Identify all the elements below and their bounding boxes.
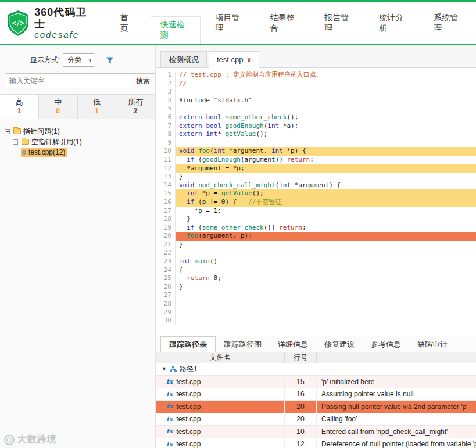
trace-group-row[interactable]: ▼ 路径1 xyxy=(156,363,476,376)
nav-item[interactable]: 项目管理 xyxy=(206,13,255,34)
code-line[interactable]: 19 if (some_other_check()) return; xyxy=(156,224,476,232)
code-line[interactable]: 24 { xyxy=(156,266,476,275)
nav-item[interactable]: 首页 xyxy=(111,13,145,34)
code-text: *p = 1; xyxy=(176,207,476,216)
brand-logo[interactable]: </> 360代码卫士 codesafe xyxy=(0,6,108,40)
code-line[interactable]: 30 xyxy=(156,317,476,325)
code-line[interactable]: 15 int *p = getValue(); xyxy=(156,189,476,198)
severity-tab[interactable]: 中 0 xyxy=(39,95,78,119)
line-number: 15 xyxy=(156,189,176,198)
code-line[interactable]: 16 if (p != 0) { //非空验证 xyxy=(156,198,476,207)
trace-tab[interactable]: 修复建议 xyxy=(316,336,363,352)
code-line[interactable]: 29 xyxy=(156,309,476,317)
code-text xyxy=(176,291,476,300)
severity-label: 高 xyxy=(0,97,38,107)
code-line[interactable]: 20 foo(argument, p); xyxy=(156,232,476,241)
trace-cell-file: fx test.cpp xyxy=(156,388,285,400)
trace-row[interactable]: fx test.cpp 20 Calling 'foo' xyxy=(156,413,476,426)
trace-file-name: test.cpp xyxy=(176,403,201,411)
tree-item[interactable]: test.cpp(12) xyxy=(0,147,155,157)
function-icon: fx xyxy=(166,428,173,435)
code-line[interactable]: 8 extern int* getValue(); xyxy=(156,130,476,139)
severity-tab[interactable]: 低 1 xyxy=(78,95,117,119)
code-line[interactable]: 23 int main() xyxy=(156,257,476,266)
filter-icon[interactable] xyxy=(106,56,114,64)
code-line[interactable]: 17 *p = 1; xyxy=(156,207,476,216)
line-number: 12 xyxy=(156,164,176,173)
code-line[interactable]: 1 // test.cpp : 定义控制台应用程序的入口点。 xyxy=(156,71,476,80)
trace-tab[interactable]: 详细信息 xyxy=(270,336,316,352)
editor-tab[interactable]: test.cpp x xyxy=(209,51,259,68)
code-line[interactable]: 25 return 0; xyxy=(156,274,476,283)
line-number: 5 xyxy=(156,105,176,113)
collapse-triangle-icon[interactable]: ▼ xyxy=(162,366,167,372)
tree-item[interactable]: 指针问题(1) xyxy=(0,126,155,137)
code-text: void foo(int *argument, int *p) { xyxy=(176,147,476,156)
display-mode-select[interactable]: 分类 ▾ xyxy=(63,53,94,67)
trace-file-name: test.cpp xyxy=(176,440,201,448)
code-line[interactable]: 18 } xyxy=(156,215,476,224)
close-tab-icon[interactable]: x xyxy=(248,56,252,64)
nav-item[interactable]: 结果整合 xyxy=(260,13,309,34)
editor-tab-label: 检测概况 xyxy=(169,55,199,65)
code-line[interactable]: 21 } xyxy=(156,241,476,249)
trace-cell-line: 16 xyxy=(285,388,317,400)
code-line[interactable]: 22 xyxy=(156,249,476,257)
nav-item[interactable]: 统计分析 xyxy=(370,13,418,34)
code-line[interactable]: 9 xyxy=(156,139,476,148)
code-text: return 0; xyxy=(176,274,476,283)
code-line[interactable]: 27 xyxy=(156,291,476,300)
severity-label: 低 xyxy=(78,97,116,107)
collapse-icon[interactable] xyxy=(13,139,18,145)
severity-count: 1 xyxy=(78,107,116,116)
severity-tab[interactable]: 所有 2 xyxy=(116,95,155,119)
code-line[interactable]: 10 void foo(int *argument, int *p) { xyxy=(156,147,476,156)
search-button[interactable]: 搜索 xyxy=(131,73,155,88)
code-line[interactable]: 14 void npd_check_call_might(int *argume… xyxy=(156,181,476,190)
code-line[interactable]: 3 xyxy=(156,88,476,96)
code-line[interactable]: 12 *argument = *p; xyxy=(156,164,476,173)
code-text: if (p != 0) { //非空验证 xyxy=(176,198,476,207)
nav-item[interactable]: 报告管理 xyxy=(315,13,364,34)
tree-item[interactable]: 空指针解引用(1) xyxy=(0,137,155,147)
trace-row[interactable]: fx test.cpp 10 Entered call from 'npd_ch… xyxy=(156,426,476,439)
code-line[interactable]: 5 xyxy=(156,105,476,113)
trace-tab[interactable]: 参考信息 xyxy=(363,336,409,352)
line-number: 26 xyxy=(156,283,176,292)
trace-row[interactable]: fx test.cpp 15 'p' initialized here xyxy=(156,376,476,389)
code-line[interactable]: 11 if (goodEnough(argument)) return; xyxy=(156,156,476,164)
trace-tab[interactable]: 跟踪路径表 xyxy=(160,336,216,352)
code-line[interactable]: 13 } xyxy=(156,173,476,181)
editor-tab[interactable]: 检测概况 xyxy=(160,51,207,68)
severity-tab[interactable]: 高 1 xyxy=(0,95,39,119)
display-mode-value: 分类 xyxy=(67,55,81,65)
trace-cell-line: 10 xyxy=(285,426,317,438)
code-line[interactable]: 7 extern bool goodEnough(int *a); xyxy=(156,122,476,131)
folder-icon xyxy=(22,139,29,145)
app-header: </> 360代码卫士 codesafe 首页快速检测项目管理结果整合报告管理统… xyxy=(0,0,476,45)
trace-cell-file: fx test.cpp xyxy=(156,376,285,388)
trace-row[interactable]: fx test.cpp 12 Dereference of null point… xyxy=(156,438,476,448)
trace-row[interactable]: fx test.cpp 16 Assuming pointer value is… xyxy=(156,388,476,401)
nav-item[interactable]: 快速检测 xyxy=(151,16,201,44)
trace-cell-line: 20 xyxy=(285,413,317,425)
code-text: // test.cpp : 定义控制台应用程序的入口点。 xyxy=(176,71,476,80)
collapse-icon[interactable] xyxy=(5,129,10,134)
code-line[interactable]: 28 xyxy=(156,300,476,309)
brand-shield-icon: </> xyxy=(7,10,29,37)
trace-tab[interactable]: 跟踪路径图 xyxy=(216,336,270,352)
col-description xyxy=(317,352,476,363)
code-line[interactable]: 6 extern bool some_other_check(); xyxy=(156,113,476,122)
trace-tab[interactable]: 缺陷审计 xyxy=(409,336,456,352)
brand-title: 360代码卫士 xyxy=(34,6,95,30)
code-text: int main() xyxy=(176,257,476,266)
code-line[interactable]: 26 } xyxy=(156,283,476,292)
function-icon: fx xyxy=(166,403,173,410)
code-line[interactable]: 4 #include "stdafx.h" xyxy=(156,96,476,105)
line-number: 3 xyxy=(156,88,176,96)
nav-item[interactable]: 系统管理 xyxy=(424,13,473,34)
trace-file-name: test.cpp xyxy=(176,378,201,386)
trace-row[interactable]: fx test.cpp 20 Passing null pointer valu… xyxy=(156,401,476,414)
search-input[interactable] xyxy=(5,73,131,88)
code-line[interactable]: 2 // xyxy=(156,80,476,88)
